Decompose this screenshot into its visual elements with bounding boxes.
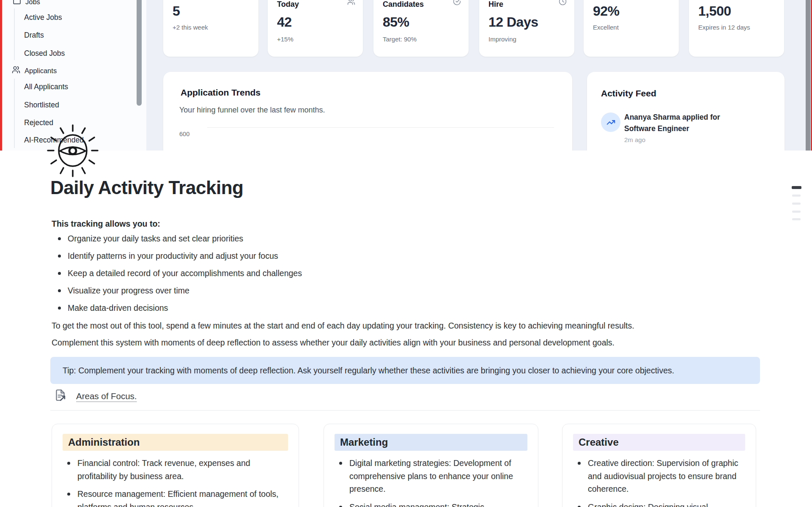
- paragraph: To get the most out of this tool, spend …: [52, 320, 694, 332]
- list-item: Social media management: Strategic: [324, 501, 538, 507]
- sidebar-section-jobs[interactable]: Jobs: [13, 0, 40, 7]
- y-axis-tick-label: 600: [179, 131, 189, 137]
- column-title: Creative: [573, 434, 745, 451]
- stat-subtext: Improving: [488, 36, 516, 43]
- activity-feed-item[interactable]: Ananya Sharma applied for Software Engin…: [587, 72, 785, 151]
- lead-text: This tracking allows you to:: [52, 219, 160, 229]
- stat-card-quality-score[interactable]: 92% Excellent: [584, 0, 679, 57]
- list-item: Graphic design: Designing visual: [562, 501, 756, 507]
- activity-feed-panel: Activity Feed Ananya Sharma applied for …: [587, 72, 785, 151]
- page-link-icon: [54, 389, 67, 403]
- trending-up-icon: [601, 112, 620, 132]
- users-icon: [347, 0, 355, 5]
- sidebar-item-closed-jobs[interactable]: Closed Jobs: [24, 49, 65, 58]
- activity-text: Ananya Sharma applied for Software Engin…: [624, 112, 753, 134]
- recruiting-dashboard: Jobs Active Jobs Drafts Closed Jobs Appl…: [0, 0, 812, 151]
- daily-activity-document: Daily Activity Tracking This tracking al…: [0, 151, 812, 507]
- users-icon: [12, 66, 20, 76]
- activity-timestamp: 2m ago: [624, 136, 645, 143]
- briefcase-icon: [13, 0, 21, 7]
- sidebar-section-label: Applicants: [25, 67, 57, 75]
- benefits-list: Organize your daily tasks and set clear …: [50, 233, 302, 320]
- eye-doodle-icon[interactable]: [42, 120, 104, 181]
- toc-bar[interactable]: [792, 218, 801, 220]
- panel-subtitle: Your hiring funnel over the last few mon…: [179, 106, 325, 115]
- column-title: Marketing: [335, 434, 527, 451]
- toc-bar[interactable]: [792, 203, 801, 205]
- stat-card-active-jobs[interactable]: 5 +2 this week: [163, 0, 258, 57]
- stat-subtext: Excellent: [593, 24, 619, 31]
- tip-callout: Tip: Complement your tracking with momen…: [50, 357, 760, 384]
- column-title: Administration: [63, 434, 288, 451]
- list-item: Make data-driven decisions: [50, 302, 302, 313]
- stat-card-credits[interactable]: 1,500 Expires in 12 days: [689, 0, 784, 57]
- toc-bar-active[interactable]: [792, 186, 801, 189]
- list-item: Organize your daily tasks and set clear …: [50, 233, 302, 244]
- column-list: Financial control: Track revenue, expens…: [52, 457, 299, 507]
- stat-card-time-to-hire[interactable]: Hire 12 Days Improving: [479, 0, 574, 57]
- page-link-block[interactable]: Areas of Focus.: [54, 389, 137, 403]
- list-item: Resource management: Efficient managemen…: [52, 488, 299, 507]
- sidebar-indent-guide: [14, 79, 15, 148]
- list-item: Identify patterns in your productivity a…: [50, 250, 302, 261]
- sidebar-item-all-applicants[interactable]: All Applicants: [24, 82, 68, 91]
- stat-value: 12 Days: [488, 14, 538, 30]
- chart-gridline: [207, 127, 554, 128]
- list-item: Keep a detailed record of your accomplis…: [50, 268, 302, 279]
- stat-subtext: +2 this week: [173, 24, 208, 31]
- left-red-edge: [0, 0, 2, 151]
- stat-card-applications-today[interactable]: Today 42 +15%: [268, 0, 363, 57]
- sidebar-item-shortlisted[interactable]: Shortlisted: [24, 101, 59, 110]
- list-item: Financial control: Track revenue, expens…: [52, 457, 299, 482]
- column-card-marketing: Marketing Digital marketing strategies: …: [324, 424, 538, 507]
- stat-label: Today: [277, 0, 299, 9]
- stat-value: 92%: [593, 3, 620, 19]
- sidebar-section-label: Jobs: [25, 0, 40, 6]
- column-list: Creative direction: Supervision of graph…: [562, 457, 756, 507]
- clock-icon: [559, 0, 567, 5]
- column-list: Digital marketing strategies: Developmen…: [324, 457, 538, 507]
- stat-value: 5: [173, 3, 180, 19]
- sidebar-item-active-jobs[interactable]: Active Jobs: [24, 13, 62, 22]
- list-item: Creative direction: Supervision of graph…: [562, 457, 756, 496]
- column-card-administration: Administration Financial control: Track …: [52, 424, 299, 507]
- sidebar-item-drafts[interactable]: Drafts: [24, 31, 44, 40]
- table-of-contents-indicator[interactable]: [792, 186, 803, 222]
- column-card-creative: Creative Creative direction: Supervision…: [562, 424, 756, 507]
- stat-value: 85%: [383, 14, 409, 30]
- divider: [50, 410, 760, 411]
- list-item: Digital marketing strategies: Developmen…: [324, 457, 538, 496]
- check-circle-icon: [453, 0, 461, 5]
- application-trends-panel: Application Trends Your hiring funnel ov…: [163, 72, 572, 151]
- sidebar-scrollbar-thumb[interactable]: [137, 0, 142, 106]
- sidebar-indent-guide: [14, 8, 15, 60]
- stat-subtext: Expires in 12 days: [698, 24, 750, 31]
- stat-value: 42: [277, 14, 292, 30]
- areas-of-focus-link[interactable]: Areas of Focus.: [76, 391, 137, 401]
- stat-label: Candidates: [383, 0, 424, 9]
- stat-label: Hire: [488, 0, 503, 9]
- list-item: Visualize your progress over time: [50, 285, 302, 296]
- stat-subtext: Target: 90%: [383, 36, 417, 43]
- toc-bar[interactable]: [792, 211, 801, 213]
- panel-title: Application Trends: [181, 88, 261, 98]
- toc-bar[interactable]: [792, 195, 801, 197]
- sidebar-section-applicants[interactable]: Applicants: [12, 66, 57, 76]
- page-scrollbar-thumb[interactable]: [806, 0, 810, 151]
- paragraph: Complement this system with moments of d…: [52, 337, 694, 348]
- stat-value: 1,500: [698, 3, 731, 19]
- tip-text: Tip: Complement your tracking with momen…: [63, 366, 674, 375]
- stat-subtext: +15%: [277, 36, 294, 43]
- stat-card-candidates[interactable]: Candidates 85% Target: 90%: [373, 0, 469, 57]
